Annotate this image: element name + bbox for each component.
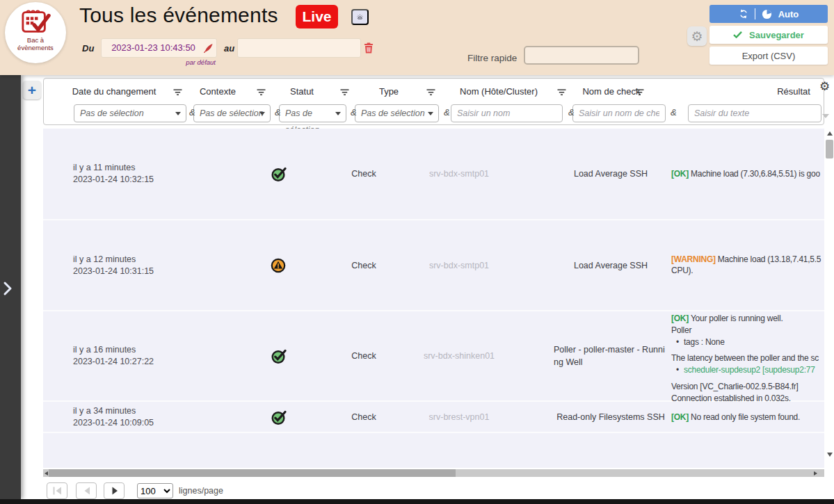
column-filter-icon[interactable] xyxy=(635,88,644,98)
filter-select-3[interactable]: Pas de sélection xyxy=(279,104,346,122)
previous-page-button[interactable] xyxy=(76,482,97,499)
export-csv-button[interactable]: Export (CSV) xyxy=(709,47,828,65)
status-warning-icon xyxy=(271,258,286,273)
siren-icon xyxy=(357,12,363,22)
rows-per-page-label: lignes/page xyxy=(179,486,223,496)
result-line: Version [VC_Charlie-002.9.5-B84.fr] xyxy=(671,381,824,393)
event-check-name: Read-only Filesystems SSH xyxy=(556,410,665,423)
result-line: Poller xyxy=(671,325,824,336)
live-badge[interactable]: Live xyxy=(296,5,338,29)
save-button-label: Sauvegarder xyxy=(749,30,804,40)
save-button[interactable]: Sauvegarder xyxy=(709,26,828,44)
status-ok-icon xyxy=(271,409,287,425)
column-header-2: Contexte xyxy=(200,86,236,97)
auto-refresh-button[interactable]: Auto xyxy=(709,5,828,23)
column-header-6: Nom de check xyxy=(582,86,640,97)
plus-icon: + xyxy=(28,82,36,99)
chevron-down-icon xyxy=(259,112,265,115)
event-host: srv-bdx-smtp01 xyxy=(429,261,489,270)
trash-icon xyxy=(364,42,374,54)
event-table: il y a 11 minutes2023-01-24 10:32:15Chec… xyxy=(43,129,824,468)
first-page-icon xyxy=(53,487,62,495)
settings-button[interactable]: ⚙ xyxy=(687,26,707,46)
chevron-right-icon xyxy=(2,281,13,296)
scroll-left-arrow[interactable] xyxy=(45,471,48,475)
result-line: CPU). xyxy=(671,266,824,277)
filter-select-1[interactable]: Pas de sélection xyxy=(74,104,186,122)
event-result: [WARNING] Machine load (13.18,7.41,5.5CP… xyxy=(671,254,824,277)
event-relative-time: il y a 16 minutes xyxy=(73,344,154,356)
result-text[interactable]: scheduler-supdesup2 [supdesup2:77 xyxy=(684,365,815,375)
result-line: scheduler-supdesup2 [supdesup2:77 xyxy=(671,364,824,376)
auto-button-label: Auto xyxy=(778,9,799,19)
event-timestamp: 2023-01-24 10:32:15 xyxy=(73,174,154,186)
event-host: srv-bdx-smtp01 xyxy=(429,169,489,179)
result-text: Machine load (13.18,7.41,5.5 xyxy=(718,254,821,264)
event-row[interactable]: il y a 11 minutes2023-01-24 10:32:15Chec… xyxy=(43,129,824,219)
result-line: [OK] Your poller is running well. xyxy=(671,313,824,325)
horizontal-scrollbar[interactable] xyxy=(43,469,824,477)
result-status-badge: [OK] xyxy=(671,314,689,323)
clear-dates-button[interactable] xyxy=(362,42,375,55)
scroll-down-arrow[interactable] xyxy=(827,453,833,457)
filter-select-2[interactable]: Pas de sélection xyxy=(193,104,271,122)
horizontal-scrollbar-thumb[interactable] xyxy=(49,469,456,477)
event-result: [OK] Your poller is running well.Pollert… xyxy=(671,313,824,405)
column-header-1: Date du changement xyxy=(72,86,157,97)
next-page-button[interactable] xyxy=(104,482,125,499)
date-from-input[interactable]: 2023-01-23 10:43:50 xyxy=(101,38,217,58)
scroll-up-arrow[interactable] xyxy=(827,131,833,136)
filter-input-5[interactable] xyxy=(451,104,563,122)
event-row[interactable]: il y a 34 minutes2023-01-24 10:09:05Chec… xyxy=(43,402,824,432)
scroll-right-arrow[interactable] xyxy=(814,471,817,475)
table-header-card: ⚙ Date du changementPas de sélectionCont… xyxy=(43,78,824,125)
first-page-button[interactable] xyxy=(47,482,67,499)
filter-input-7[interactable] xyxy=(688,104,821,122)
column-header-5: Nom (Hôte/Cluster) xyxy=(460,86,538,97)
top-header: Bac à évènements Tous les événements Liv… xyxy=(0,0,834,75)
filter-input-6[interactable] xyxy=(572,104,666,122)
result-text: Version [VC_Charlie-002.9.5-B84.fr] xyxy=(671,382,799,391)
column-filter-icon[interactable] xyxy=(257,88,266,98)
result-text: No read only file system found. xyxy=(691,412,800,421)
date-from-label: Du xyxy=(82,43,94,54)
result-text: Machine load (7.30,6.84,5.51) is goo xyxy=(691,169,820,179)
column-filter-icon[interactable] xyxy=(426,88,435,98)
event-host: srv-bdx-shinken01 xyxy=(424,351,495,361)
chevron-down-icon xyxy=(428,112,433,115)
vertical-scrollbar-thumb[interactable] xyxy=(826,140,833,158)
event-row[interactable]: il y a 16 minutes2023-01-24 10:27:22Chec… xyxy=(43,311,824,400)
quick-filter-input[interactable] xyxy=(524,46,639,65)
result-text: CPU). xyxy=(671,266,693,276)
quick-filter-label: Filtre rapide xyxy=(467,53,517,63)
sidebar-expand-button[interactable] xyxy=(2,281,13,298)
event-check-name: Load Average SSH xyxy=(574,259,648,271)
filter-select-4[interactable]: Pas de sélection xyxy=(355,104,439,122)
column-header-7: Résultat xyxy=(777,86,810,97)
edit-quill-icon[interactable] xyxy=(203,43,214,56)
column-filter-icon[interactable] xyxy=(340,88,349,98)
app-logo: Bac à évènements xyxy=(5,2,66,63)
table-settings-button[interactable]: ⚙ xyxy=(819,79,830,93)
column-filter-icon[interactable] xyxy=(173,88,182,98)
result-text: tags : None xyxy=(684,337,725,347)
event-date: il y a 16 minutes2023-01-24 10:27:22 xyxy=(73,344,154,368)
add-filter-button[interactable]: + xyxy=(23,81,41,99)
app-window: Bac à évènements Tous les événements Liv… xyxy=(0,0,834,504)
page-size-select[interactable]: 100 xyxy=(137,483,173,498)
event-date: il y a 11 minutes2023-01-24 10:32:15 xyxy=(73,162,154,186)
event-check-name: Poller - poller-master - Running Well xyxy=(554,343,668,368)
event-timestamp: 2023-01-24 10:31:15 xyxy=(73,266,154,277)
event-result: [OK] Machine load (7.30,6.84,5.51) is go… xyxy=(671,168,824,180)
filter-joiner: & xyxy=(189,107,195,117)
logo-caption: Bac à évènements xyxy=(5,37,66,51)
previous-page-icon xyxy=(83,487,90,495)
date-to-input[interactable] xyxy=(237,38,361,58)
siren-button[interactable] xyxy=(351,9,369,25)
column-caret-icon[interactable] xyxy=(822,114,829,118)
column-filter-icon[interactable] xyxy=(557,88,566,98)
event-row[interactable]: il y a 12 minutes2023-01-24 10:31:15Chec… xyxy=(43,220,824,310)
result-line: [OK] Machine load (7.30,6.84,5.51) is go… xyxy=(671,168,824,180)
export-button-label: Export (CSV) xyxy=(742,51,796,61)
status-ok-icon xyxy=(271,348,287,364)
